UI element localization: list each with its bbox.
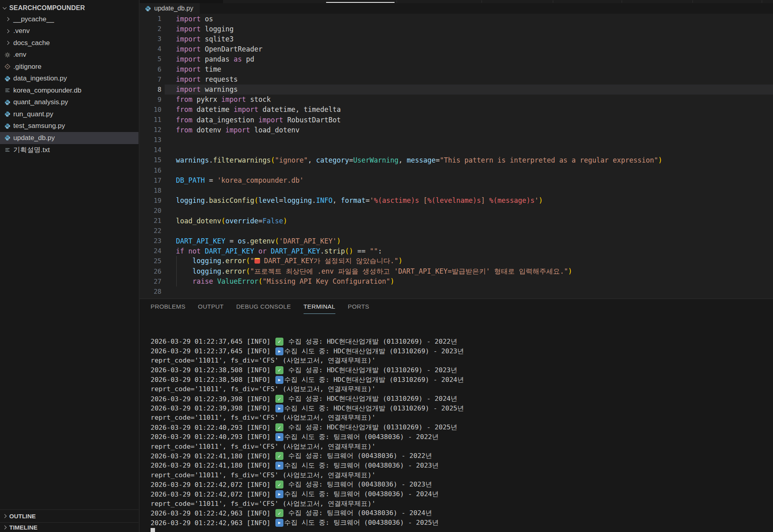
line-number: 15 (140, 156, 161, 164)
code-token: UserWarning (353, 156, 399, 164)
code-line-6[interactable]: 6import time (140, 64, 773, 74)
code-token (176, 267, 192, 275)
code-token: ValueError (217, 277, 258, 285)
code-text: if not DART_API_KEY or DART_API_KEY.stri… (161, 247, 382, 255)
code-line-23[interactable]: 23DART_API_KEY = os.getenv('DART_API_KEY… (140, 236, 773, 246)
code-text: import sqlite3 (161, 35, 234, 43)
terminal-text: 2026-03-29 01:22:37,645 [INFO] (151, 347, 275, 355)
editor-group: update_db.py 1import os2import logging3i… (140, 0, 773, 532)
terminal-text: 수집 성공: HDC현대산업개발 (01310269) - 2024년 (284, 394, 457, 403)
code-token: os (200, 15, 213, 23)
sidebar-item-__pycache__[interactable]: __pycache__ (0, 13, 138, 25)
sidebar-item-기획설명.txt[interactable]: 기획설명.txt (0, 144, 138, 156)
chevron-right-icon (3, 514, 7, 518)
code-token: import (234, 105, 258, 113)
sidebar-section-outline[interactable]: OUTLINE (0, 509, 138, 522)
code-line-28[interactable]: 28 (140, 287, 773, 297)
code-token: logging (200, 25, 234, 33)
line-number: 22 (140, 227, 161, 235)
panel-tab-output[interactable]: OUTPUT (198, 303, 224, 314)
code-line-20[interactable]: 20 (140, 206, 773, 216)
sidebar-item-label: update_db.py (13, 134, 55, 142)
sidebar-item-run_quant.py[interactable]: run_quant.py (0, 108, 138, 120)
sidebar-item-docs_cache[interactable]: docs_cache (0, 37, 138, 49)
code-line-2[interactable]: 2import logging (140, 24, 773, 34)
code-line-21[interactable]: 21load_dotenv(override=False) (140, 216, 773, 226)
code-token: logging (176, 196, 205, 204)
code-line-17[interactable]: 17DB_PATH = 'korea_compounder.db' (140, 175, 773, 186)
code-line-13[interactable]: 13 (140, 135, 773, 145)
code-line-4[interactable]: 4import OpenDartReader (140, 44, 773, 54)
editor-tab-update_db.py[interactable]: update_db.py (140, 3, 200, 14)
code-editor[interactable]: 1import os2import logging3import sqlite3… (140, 14, 773, 299)
line-number: 7 (140, 76, 161, 83)
code-line-12[interactable]: 12from dotenv import load_dotenv (140, 125, 773, 135)
code-line-24[interactable]: 24if not DART_API_KEY or DART_API_KEY.st… (140, 246, 773, 256)
code-line-11[interactable]: 11from data_ingestion import RobustDartB… (140, 115, 773, 125)
sidebar-item-update_db.py[interactable]: update_db.py (0, 132, 138, 144)
terminal-text: reprt_code='11011', fs_div='CFS' (사업보고서,… (151, 499, 376, 508)
code-token: os (238, 237, 246, 245)
sidebar-item-.gitignore[interactable]: .gitignore (0, 61, 138, 73)
line-number: 3 (140, 35, 161, 43)
code-token: INFO (316, 196, 333, 204)
explorer-root-header[interactable]: SEARCHCOMPOUNDER (0, 0, 139, 13)
code-token: 'korea_compounder.db' (217, 176, 304, 184)
code-text: import requests (161, 75, 238, 83)
code-token: = (436, 156, 440, 164)
panel-tab-terminal[interactable]: TERMINAL (304, 303, 335, 314)
sidebar-item-data_ingestion.py[interactable]: data_ingestion.py (0, 73, 138, 85)
code-token: sqlite3 (200, 35, 234, 43)
panel-tab-ports[interactable]: PORTS (348, 303, 369, 314)
code-token: warnings (200, 85, 238, 93)
code-line-15[interactable]: 15warnings.filterwarnings("ignore", cate… (140, 155, 773, 165)
code-line-22[interactable]: 22 (140, 226, 773, 236)
code-line-1[interactable]: 1import os (140, 14, 773, 24)
timeline-label: TIMELINE (9, 524, 37, 531)
code-token: ) (390, 277, 394, 285)
code-token (176, 277, 192, 285)
top-strip-separator (397, 0, 397, 3)
line-number: 6 (140, 66, 161, 73)
sidebar-item-korea_compounder.db[interactable]: korea_compounder.db (0, 85, 138, 97)
code-token: . (312, 196, 316, 204)
sidebar-item-.venv[interactable]: .venv (0, 25, 138, 37)
code-token: from (176, 126, 192, 134)
code-line-10[interactable]: 10from datetime import datetime, timedel… (140, 105, 773, 115)
success-check-icon: ✓ (275, 395, 283, 403)
code-token: , (399, 156, 407, 164)
sidebar-item-test_samsung.py[interactable]: test_samsung.py (0, 120, 138, 132)
code-line-16[interactable]: 16 (140, 165, 773, 175)
explorer-root-label: SEARCHCOMPOUNDER (9, 4, 85, 12)
code-line-9[interactable]: 9from pykrx import stock (140, 95, 773, 105)
code-text: from datetime import datetime, timedelta (161, 105, 341, 113)
code-token: warnings (176, 156, 209, 164)
code-line-14[interactable]: 14 (140, 145, 773, 155)
code-line-19[interactable]: 19logging.basicConfig(level=logging.INFO… (140, 196, 773, 206)
sidebar-item-.env[interactable]: .env (0, 49, 138, 61)
code-token: "ignore" (275, 156, 308, 164)
code-line-7[interactable]: 7import requests (140, 74, 773, 85)
code-token: . (209, 156, 213, 164)
terminal-text: 2026-03-29 01:22:42,963 [INFO] (151, 509, 275, 517)
sidebar-item-label: data_ingestion.py (13, 74, 67, 82)
terminal-text: reprt_code='11011', fs_div='CFS' (사업보고서,… (151, 442, 376, 451)
code-line-27[interactable]: 27 raise ValueError("Missing API Key Con… (140, 276, 773, 287)
code-line-25[interactable]: 25 logging.error(" DART_API_KEY가 설정되지 않았… (140, 256, 773, 266)
terminal-line: 2026-03-29 01:22:41,180 [INFO] ✓ 수집 성공: … (151, 451, 773, 461)
code-line-3[interactable]: 3import sqlite3 (140, 34, 773, 44)
code-token: from (176, 95, 192, 103)
terminal-output[interactable]: 2026-03-29 01:22:37,645 [INFO] ✓ 수집 성공: … (151, 337, 773, 532)
code-line-8[interactable]: 8import warnings (140, 85, 773, 95)
python-icon (4, 123, 10, 129)
sidebar-section-timeline[interactable]: TIMELINE (0, 522, 138, 532)
code-line-5[interactable]: 5import pandas as pd (140, 54, 773, 64)
sidebar-item-quant_analysis.py[interactable]: quant_analysis.py (0, 97, 138, 109)
code-token: pandas (200, 55, 234, 63)
code-line-26[interactable]: 26 logging.error("프로젝트 최상단에 .env 파일을 생성하… (140, 266, 773, 276)
code-token: . (221, 257, 225, 265)
panel-tab-problems[interactable]: PROBLEMS (151, 303, 186, 314)
code-line-18[interactable]: 18 (140, 186, 773, 196)
panel-tab-debug-console[interactable]: DEBUG CONSOLE (236, 303, 291, 314)
python-icon (4, 111, 10, 118)
